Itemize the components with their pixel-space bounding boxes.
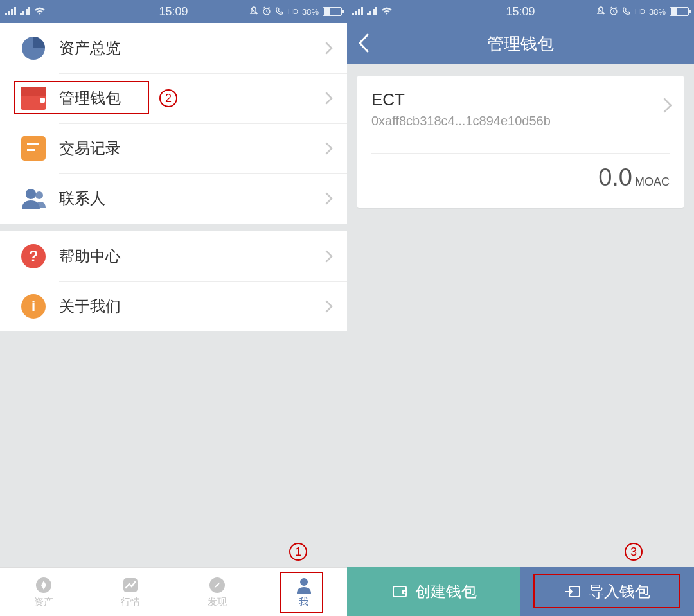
import-wallet-icon: [564, 583, 582, 601]
chevron-right-icon: [325, 250, 333, 263]
wallet-icon: [19, 84, 48, 112]
status-bar: 15:09 HD 38%: [0, 0, 347, 23]
menu-item-about[interactable]: i 关于我们: [0, 281, 347, 331]
create-wallet-icon: [391, 583, 409, 601]
call-icon: [622, 6, 631, 17]
battery-percent: 38%: [302, 8, 319, 16]
battery-icon: [323, 7, 342, 16]
tab-assets[interactable]: 资产: [0, 568, 87, 616]
menu-list-2: ? 帮助中心 i 关于我们: [0, 231, 347, 331]
user-icon: [295, 576, 313, 595]
wallet-card[interactable]: ECT 0xaff8cb318c4...1c894e10d56b 0.0MOAC: [357, 76, 684, 208]
call-icon: [275, 6, 284, 17]
pie-chart-icon: [19, 34, 48, 62]
section-divider: [0, 224, 347, 231]
button-label: 创建钱包: [415, 581, 477, 602]
phone-left: 15:09 HD 38% 资产总览 管理钱包: [0, 0, 347, 616]
svg-point-4: [35, 191, 43, 199]
phone-right: 15:09 HD 38% 管理钱包 ECT 0xaff8cb318c4...1c…: [347, 0, 694, 616]
assets-icon: [35, 576, 53, 595]
chevron-right-icon: [663, 98, 672, 113]
transaction-icon: [19, 134, 48, 163]
tab-label: 发现: [208, 596, 227, 608]
signal-icon: [5, 6, 16, 17]
tab-label: 行情: [121, 596, 140, 608]
page-title: 管理钱包: [487, 33, 554, 55]
annotation-marker-1: 1: [289, 543, 307, 561]
bell-mute-icon: [249, 6, 258, 17]
chevron-right-icon: [325, 192, 333, 205]
wifi-icon: [34, 6, 46, 17]
chevron-right-icon: [325, 92, 333, 105]
chevron-right-icon: [325, 300, 333, 313]
tab-label: 资产: [34, 596, 53, 608]
menu-label: 联系人: [59, 188, 105, 209]
signal-icon-2: [367, 6, 378, 17]
info-icon: i: [19, 292, 48, 321]
hd-icon: HD: [288, 8, 298, 15]
balance-unit: MOAC: [635, 175, 670, 188]
tab-market[interactable]: 行情: [87, 568, 174, 616]
menu-item-help[interactable]: ? 帮助中心: [0, 231, 347, 281]
battery-icon: [670, 7, 689, 16]
chevron-right-icon: [325, 142, 333, 155]
import-wallet-button[interactable]: 导入钱包: [520, 567, 694, 616]
chevron-right-icon: [325, 42, 333, 55]
menu-label: 帮助中心: [59, 246, 121, 267]
market-icon: [121, 576, 139, 595]
divider: [371, 153, 670, 154]
wifi-icon: [381, 6, 393, 17]
button-label: 导入钱包: [589, 581, 650, 602]
battery-percent: 38%: [649, 8, 666, 16]
svg-point-13: [404, 592, 406, 594]
bottom-button-bar: 创建钱包 导入钱包: [347, 567, 694, 616]
create-wallet-button[interactable]: 创建钱包: [347, 567, 520, 616]
menu-item-transactions[interactable]: 交易记录: [0, 123, 347, 173]
menu-label: 交易记录: [59, 138, 121, 159]
menu-label: 关于我们: [59, 296, 121, 317]
wallet-name: ECT: [371, 90, 670, 110]
signal-icon-2: [20, 6, 31, 17]
annotation-marker-3: 3: [625, 543, 643, 561]
compass-icon: [208, 576, 226, 595]
annotation-marker-2: 2: [159, 89, 177, 107]
svg-point-3: [26, 189, 36, 199]
menu-item-manage-wallet[interactable]: 管理钱包 2: [0, 73, 347, 123]
wallet-address: 0xaff8cb318c4...1c894e10d56b: [371, 114, 670, 128]
tab-me[interactable]: 我: [260, 568, 347, 616]
alarm-icon: [262, 6, 271, 17]
status-time: 15:09: [506, 5, 535, 19]
signal-icon: [352, 6, 363, 17]
menu-item-overview[interactable]: 资产总览: [0, 23, 347, 73]
menu-label: 管理钱包: [59, 88, 121, 109]
menu-item-contacts[interactable]: 联系人: [0, 173, 347, 224]
tab-bar: 资产 行情 发现 我: [0, 567, 347, 616]
menu-list: 资产总览 管理钱包 2 交易记录 联系人: [0, 23, 347, 224]
status-bar: 15:09 HD 38%: [347, 0, 694, 23]
help-icon: ?: [19, 242, 48, 270]
alarm-icon: [609, 6, 618, 17]
tab-label: 我: [299, 596, 308, 608]
contacts-icon: [19, 184, 48, 213]
back-button[interactable]: [357, 32, 370, 54]
status-time: 15:09: [159, 5, 188, 19]
bell-mute-icon: [596, 6, 605, 17]
tab-discover[interactable]: 发现: [174, 568, 260, 616]
menu-label: 资产总览: [59, 38, 121, 58]
wallet-balance: 0.0MOAC: [371, 164, 670, 191]
page-header: 管理钱包: [347, 23, 694, 64]
svg-point-8: [300, 578, 308, 586]
balance-amount: 0.0: [598, 164, 632, 191]
hd-icon: HD: [635, 8, 645, 15]
